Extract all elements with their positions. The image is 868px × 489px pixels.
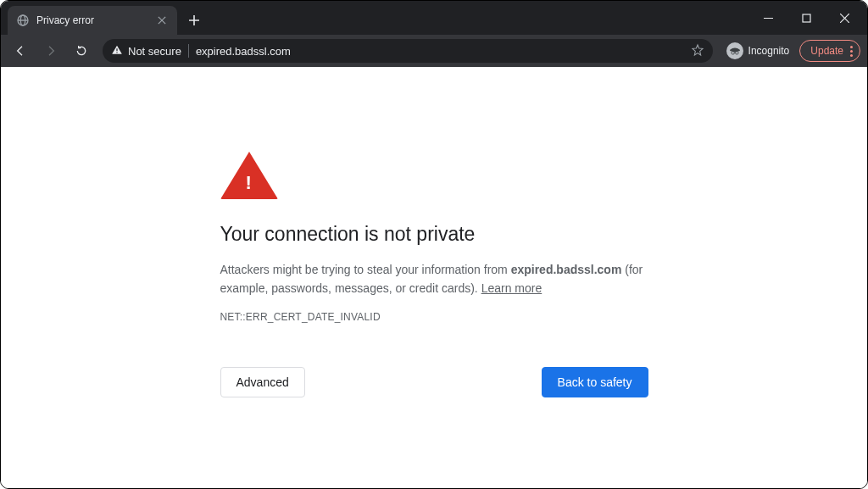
svg-point-13 <box>732 52 735 55</box>
url-text: expired.badssl.com <box>196 45 684 58</box>
interstitial-buttons: Advanced Back to safety <box>220 367 648 397</box>
toolbar: Not secure expired.badssl.com Incognito … <box>1 35 867 67</box>
incognito-indicator[interactable]: Incognito <box>721 42 795 59</box>
reload-button[interactable] <box>69 38 94 64</box>
svg-rect-12 <box>116 52 117 53</box>
address-bar[interactable]: Not secure expired.badssl.com <box>103 39 713 63</box>
new-tab-button[interactable] <box>182 8 206 32</box>
tab-title: Privacy error <box>36 14 148 26</box>
back-to-safety-button[interactable]: Back to safety <box>542 367 648 397</box>
update-label: Update <box>810 45 843 57</box>
learn-more-link[interactable]: Learn more <box>481 281 542 295</box>
svg-point-14 <box>735 52 738 55</box>
page-content: Your connection is not private Attackers… <box>1 67 867 488</box>
danger-triangle-icon <box>220 152 278 199</box>
security-label: Not secure <box>128 45 181 58</box>
incognito-icon <box>726 42 743 59</box>
close-tab-icon[interactable] <box>155 14 169 27</box>
interstitial-headline: Your connection is not private <box>220 223 648 246</box>
maximize-button[interactable] <box>787 5 826 31</box>
tab-strip: Privacy error <box>1 1 867 35</box>
bookmark-star-icon[interactable] <box>691 43 704 59</box>
security-chip[interactable]: Not secure <box>111 44 181 58</box>
browser-window: Privacy error <box>0 0 868 489</box>
hostname: expired.badssl.com <box>511 263 622 276</box>
window-controls <box>749 1 864 35</box>
ssl-interstitial: Your connection is not private Attackers… <box>220 152 648 488</box>
body-prefix: Attackers might be trying to steal your … <box>220 263 511 276</box>
minimize-button[interactable] <box>749 5 787 31</box>
warning-triangle-icon <box>111 44 123 58</box>
back-button[interactable] <box>8 38 33 64</box>
menu-dots-icon <box>850 46 854 57</box>
update-button[interactable]: Update <box>799 40 860 62</box>
omnibox-divider <box>188 44 189 58</box>
interstitial-body: Attackers might be trying to steal your … <box>220 261 648 297</box>
globe-icon <box>16 14 30 27</box>
browser-tab[interactable]: Privacy error <box>8 6 177 35</box>
svg-rect-11 <box>116 48 117 51</box>
forward-button[interactable] <box>38 38 64 64</box>
incognito-label: Incognito <box>748 45 790 57</box>
close-window-button[interactable] <box>826 5 864 31</box>
advanced-button[interactable]: Advanced <box>220 367 305 397</box>
svg-rect-8 <box>803 14 810 22</box>
error-code: NET::ERR_CERT_DATE_INVALID <box>220 311 648 323</box>
